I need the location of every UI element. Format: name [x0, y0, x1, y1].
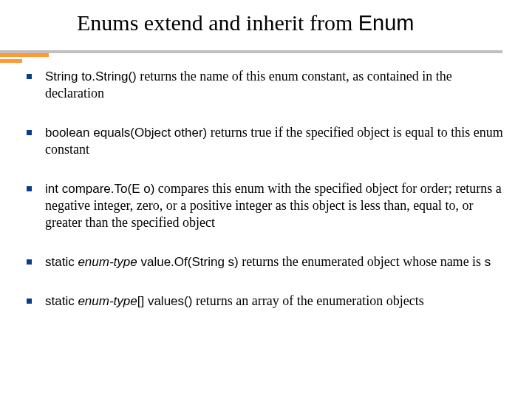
slide-title: Enums extend and inherit from Enum [77, 10, 532, 36]
item-text: String to.String() returns the name of t… [45, 68, 510, 102]
list-item: static enum-type[] values() returns an a… [27, 293, 510, 310]
code-span: static [45, 294, 78, 308]
text-span: returns the enumerated object whose name… [239, 254, 485, 269]
code-span: [] values() [137, 294, 193, 308]
decorative-bars [0, 50, 532, 61]
bar-orange-short [0, 59, 22, 63]
list-item: boolean equals(Object other) returns tru… [27, 124, 510, 158]
code-italic-span: enum-type [78, 294, 137, 308]
title-prefix: Enums extend and inherit from [77, 10, 358, 35]
list-item: static enum-type value.Of(String s) retu… [27, 253, 510, 270]
text-span: returns an array of the enumeration obje… [192, 293, 423, 308]
square-bullet-icon [27, 130, 32, 135]
item-text: boolean equals(Object other) returns tru… [45, 124, 510, 158]
code-span: s [485, 255, 491, 269]
item-text: int compare.To(E o) compares this enum w… [45, 180, 510, 231]
code-span: int compare.To(E o) [45, 182, 154, 196]
list-item: String to.String() returns the name of t… [27, 68, 510, 102]
title-mono: Enum [358, 11, 415, 35]
square-bullet-icon [27, 259, 32, 265]
list-item: int compare.To(E o) compares this enum w… [27, 180, 510, 231]
item-text: static enum-type value.Of(String s) retu… [45, 253, 510, 270]
code-span: String to.String() [45, 69, 137, 83]
square-bullet-icon [27, 299, 32, 304]
code-span: boolean equals(Object other) [45, 126, 207, 140]
square-bullet-icon [27, 186, 32, 191]
code-span: value.Of(String s) [137, 255, 239, 269]
bar-grey [0, 50, 502, 53]
square-bullet-icon [27, 74, 32, 79]
item-text: static enum-type[] values() returns an a… [45, 293, 510, 310]
bar-orange-long [0, 53, 49, 57]
code-italic-span: enum-type [78, 255, 137, 269]
code-span: static [45, 255, 78, 269]
title-block: Enums extend and inherit from Enum [0, 10, 532, 36]
content-area: String to.String() returns the name of t… [27, 68, 510, 332]
